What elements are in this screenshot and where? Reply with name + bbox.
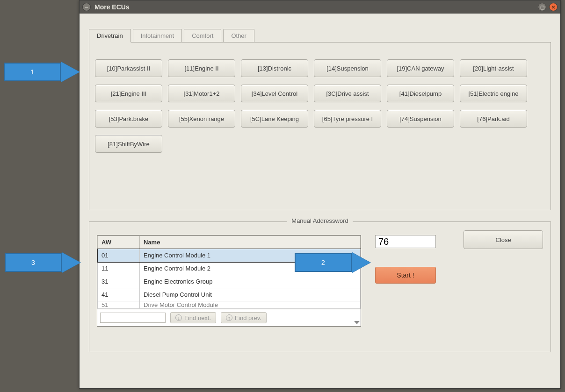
group-title: Manual Addressword	[287, 217, 353, 224]
tab-comfort[interactable]: Comfort	[184, 29, 221, 42]
ecu-button[interactable]: [51]Electric engine	[460, 85, 527, 102]
ecu-grid: [10]Parkassist II[11]Engine II[13]Distro…	[95, 59, 545, 153]
ecu-button[interactable]: [53]Park.brake	[95, 110, 162, 128]
ecu-button[interactable]: [5C]Lane Keeping	[241, 110, 308, 128]
tab-panel: [10]Parkassist II[11]Engine II[13]Distro…	[89, 42, 551, 210]
ecu-button[interactable]: [10]Parkassist II	[95, 59, 162, 77]
ecu-button[interactable]: [41]Dieselpump	[387, 85, 454, 102]
ecu-button[interactable]: [3C]Drive assist	[314, 85, 381, 102]
ecu-button[interactable]: [14]Suspension	[314, 59, 381, 77]
ecu-button[interactable]: [81]ShiftByWire	[95, 135, 162, 153]
table-search-toolbar: ↓ Find next. ↑ Find prev.	[97, 309, 361, 326]
ecu-button[interactable]: [20]Light-assist	[460, 59, 527, 77]
tab-drivetrain[interactable]: Drivetrain	[89, 29, 131, 43]
start-button[interactable]: Start !	[375, 267, 436, 284]
col-header-aw[interactable]: AW	[98, 236, 140, 249]
arrow-up-icon: ↑	[226, 314, 232, 321]
close-button[interactable]: Close	[464, 230, 543, 249]
ecu-button[interactable]: [34]Level Control	[241, 85, 308, 102]
callout-arrow-3: 3	[5, 252, 80, 273]
find-next-button[interactable]: ↓ Find next.	[170, 312, 216, 323]
more-ecus-window: – More ECUs ▢ ✕ Drivetrain Infotainment …	[79, 0, 561, 389]
scroll-down-icon[interactable]	[354, 321, 360, 324]
ecu-button[interactable]: [21]Engine III	[95, 85, 162, 102]
find-prev-button[interactable]: ↑ Find prev.	[221, 312, 267, 323]
app-menu-icon[interactable]: –	[82, 3, 91, 11]
tab-other[interactable]: Other	[223, 29, 254, 42]
maximize-icon[interactable]: ▢	[538, 3, 546, 11]
titlebar[interactable]: – More ECUs ▢ ✕	[80, 0, 560, 14]
table-row[interactable]: 11Engine Control Module 2	[98, 262, 361, 275]
address-input[interactable]	[375, 235, 436, 248]
arrow-down-icon: ↓	[175, 314, 182, 321]
ecu-button[interactable]: [76]Park.aid	[460, 110, 527, 128]
col-header-name[interactable]: Name	[140, 236, 361, 249]
ecu-button[interactable]: [19]CAN gateway	[387, 59, 454, 77]
table-search-input[interactable]	[100, 313, 166, 323]
tab-infotainment[interactable]: Infotainment	[133, 29, 182, 42]
window-title: More ECUs	[94, 3, 130, 11]
table-row[interactable]: 51Drive Motor Control Module	[98, 301, 361, 309]
ecu-button[interactable]: [13]Distronic	[241, 59, 308, 77]
tabstrip: Drivetrain Infotainment Comfort Other	[89, 29, 551, 42]
table-row[interactable]: 41Diesel Pump Control Unit	[98, 288, 361, 301]
table-row[interactable]: 01Engine Control Module 1	[98, 249, 361, 262]
ecu-button[interactable]: [31]Motor1+2	[168, 85, 235, 102]
close-window-icon[interactable]: ✕	[549, 3, 558, 11]
callout-arrow-1: 1	[4, 62, 80, 82]
ecu-button[interactable]: [11]Engine II	[168, 59, 235, 77]
manual-addressword-group: Manual Addressword AW Name 01Engine Co	[89, 221, 551, 352]
table-row[interactable]: 31Engine Electronics Group	[98, 275, 361, 288]
ecu-button[interactable]: [55]Xenon range	[168, 110, 235, 128]
ecu-button[interactable]: [65]Tyre pressure I	[314, 110, 381, 128]
ecu-button[interactable]: [74]Suspension	[387, 110, 454, 128]
address-table[interactable]: AW Name 01Engine Control Module 111Engin…	[97, 235, 361, 327]
